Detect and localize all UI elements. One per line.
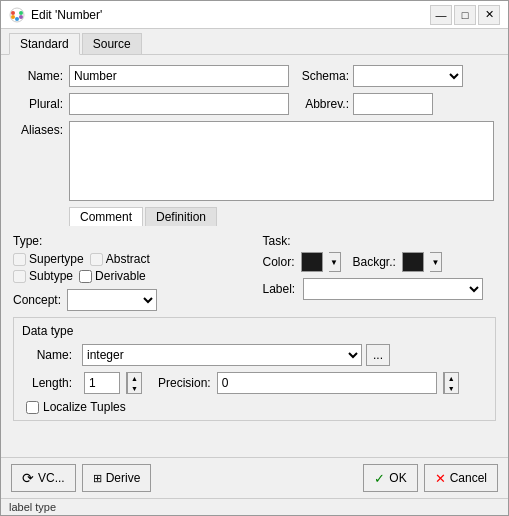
datatype-name-select[interactable]: integer <box>82 344 362 366</box>
tab-standard[interactable]: Standard <box>9 33 80 55</box>
aliases-row: Aliases: <box>13 121 496 201</box>
concept-row: Concept: <box>13 289 247 311</box>
precision-spin-up[interactable]: ▲ <box>444 373 458 383</box>
length-spin-up[interactable]: ▲ <box>127 373 141 383</box>
plural-input[interactable] <box>69 93 289 115</box>
title-bar: Edit 'Number' — □ ✕ <box>1 1 508 29</box>
concept-select[interactable] <box>67 289 157 311</box>
datatype-group: Data type Name: integer ... Length: ▲ ▼ … <box>13 317 496 421</box>
plural-row: Plural: Abbrev.: <box>13 93 496 115</box>
cancel-x: ✕ <box>435 471 446 486</box>
vc-icon: ⟳ <box>22 470 34 486</box>
abstract-checkbox-item: Abstract <box>90 252 150 266</box>
label-row: Label: <box>263 278 497 300</box>
derivable-checkbox[interactable] <box>79 270 92 283</box>
length-row: Length: ▲ ▼ Precision: ▲ ▼ <box>22 372 487 394</box>
status-text: label type <box>9 501 56 513</box>
inner-tabs: Comment Definition <box>69 207 496 226</box>
precision-input[interactable] <box>217 372 437 394</box>
derive-icon: ⊞ <box>93 472 102 485</box>
task-title: Task: <box>263 234 497 248</box>
subtype-checkbox-item: Subtype <box>13 269 73 283</box>
abstract-label: Abstract <box>106 252 150 266</box>
type-checkboxes-row2: Subtype Derivable <box>13 269 247 283</box>
color-row: Color: ▼ Backgr.: ▼ <box>263 252 497 272</box>
datatype-name-label: Name: <box>22 348 72 362</box>
precision-spinner: ▲ ▼ <box>443 372 459 394</box>
aliases-label: Aliases: <box>13 123 63 137</box>
datatype-name-row: Name: integer ... <box>22 344 487 366</box>
length-spinner: ▲ ▼ <box>126 372 142 394</box>
concept-label: Concept: <box>13 293 61 307</box>
footer-left: ⟳ VC... ⊞ Derive <box>11 464 151 492</box>
vc-label: VC... <box>38 471 65 485</box>
ok-checkmark: ✓ <box>374 471 385 486</box>
abbrev-label: Abbrev.: <box>299 97 349 111</box>
name-row: Name: Schema: <box>13 65 496 87</box>
title-bar-buttons: — □ ✕ <box>430 5 500 25</box>
supertype-checkbox-item: Supertype <box>13 252 84 266</box>
backgr-box[interactable] <box>402 252 424 272</box>
label-select[interactable] <box>303 278 483 300</box>
supertype-checkbox[interactable] <box>13 253 26 266</box>
inner-tab-comment[interactable]: Comment <box>69 207 143 226</box>
color-dropdown[interactable]: ▼ <box>329 252 341 272</box>
plural-label: Plural: <box>13 97 63 111</box>
backgr-dropdown[interactable]: ▼ <box>430 252 442 272</box>
vc-button[interactable]: ⟳ VC... <box>11 464 76 492</box>
name-label: Name: <box>13 69 63 83</box>
backgr-label: Backgr.: <box>353 255 396 269</box>
minimize-button[interactable]: — <box>430 5 452 25</box>
close-button[interactable]: ✕ <box>478 5 500 25</box>
aliases-textarea[interactable] <box>69 121 494 201</box>
color-box[interactable] <box>301 252 323 272</box>
localize-row: Localize Tuples <box>26 400 487 414</box>
precision-spin-down[interactable]: ▼ <box>444 383 458 393</box>
app-icon <box>9 7 25 23</box>
name-input[interactable] <box>69 65 289 87</box>
abbrev-input[interactable] <box>353 93 433 115</box>
svg-point-4 <box>11 15 15 19</box>
type-section: Type: Supertype Abstract Subtype <box>13 234 247 311</box>
length-label: Length: <box>22 376 72 390</box>
cancel-button[interactable]: ✕ Cancel <box>424 464 498 492</box>
subtype-label: Subtype <box>29 269 73 283</box>
footer-right: ✓ OK ✕ Cancel <box>363 464 498 492</box>
derivable-checkbox-item: Derivable <box>79 269 146 283</box>
inner-tab-definition[interactable]: Definition <box>145 207 217 226</box>
type-checkboxes-row1: Supertype Abstract <box>13 252 247 266</box>
length-input[interactable] <box>84 372 120 394</box>
svg-point-3 <box>15 17 19 21</box>
svg-point-1 <box>11 11 15 15</box>
tab-source[interactable]: Source <box>82 33 142 54</box>
localize-label: Localize Tuples <box>43 400 126 414</box>
window-title: Edit 'Number' <box>31 8 430 22</box>
localize-checkbox[interactable] <box>26 401 39 414</box>
type-title: Type: <box>13 234 247 248</box>
length-spin-down[interactable]: ▼ <box>127 383 141 393</box>
precision-label: Precision: <box>158 376 211 390</box>
cancel-label: Cancel <box>450 471 487 485</box>
svg-point-5 <box>19 15 23 19</box>
svg-point-2 <box>19 11 23 15</box>
ok-button[interactable]: ✓ OK <box>363 464 417 492</box>
content-area: Name: Schema: Plural: Abbrev.: Aliases: … <box>1 55 508 457</box>
color-label: Color: <box>263 255 295 269</box>
schema-label: Schema: <box>299 69 349 83</box>
tabs-bar: Standard Source <box>1 29 508 55</box>
derive-label: Derive <box>106 471 141 485</box>
derive-button[interactable]: ⊞ Derive <box>82 464 152 492</box>
label-label: Label: <box>263 282 296 296</box>
status-bar: label type <box>1 498 508 515</box>
derivable-label: Derivable <box>95 269 146 283</box>
subtype-checkbox[interactable] <box>13 270 26 283</box>
schema-select[interactable] <box>353 65 463 87</box>
maximize-button[interactable]: □ <box>454 5 476 25</box>
dots-button[interactable]: ... <box>366 344 390 366</box>
ok-label: OK <box>389 471 406 485</box>
abstract-checkbox[interactable] <box>90 253 103 266</box>
type-task-section: Type: Supertype Abstract Subtype <box>13 234 496 311</box>
main-window: Edit 'Number' — □ ✕ Standard Source Name… <box>0 0 509 516</box>
supertype-label: Supertype <box>29 252 84 266</box>
footer: ⟳ VC... ⊞ Derive ✓ OK ✕ Cancel <box>1 457 508 498</box>
